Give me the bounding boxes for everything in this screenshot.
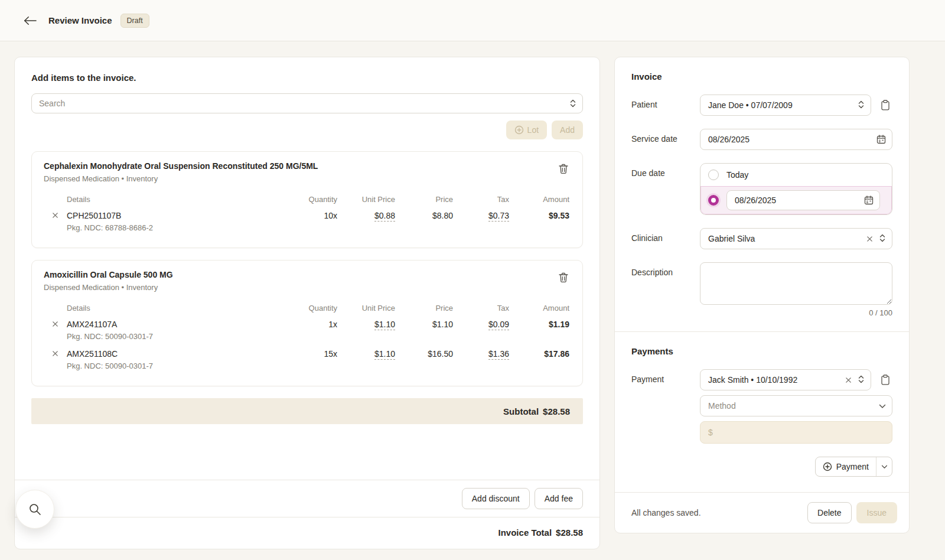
radio-unchecked-icon: [708, 170, 719, 180]
service-date-input[interactable]: [700, 129, 892, 150]
col-amount: Amount: [509, 195, 569, 204]
payment-patient-select[interactable]: Jack Smith • 10/10/1992: [700, 369, 871, 390]
lot-ndc: Pkg. NDC: 50090-0301-7: [67, 362, 287, 370]
lot-unit-price[interactable]: $1.10: [374, 320, 395, 330]
payment-amount-input[interactable]: [700, 421, 892, 444]
add-lot-button[interactable]: Lot: [506, 121, 547, 139]
back-button[interactable]: [24, 16, 37, 25]
remove-lot-button[interactable]: [52, 320, 67, 328]
add-fee-button[interactable]: Add fee: [535, 488, 583, 509]
clinician-clear-button[interactable]: [865, 235, 874, 243]
lot-tax[interactable]: $0.09: [488, 320, 509, 330]
payment-actions: Payment: [631, 457, 892, 477]
chevron-up-down-icon: [858, 100, 865, 110]
calendar-icon: [864, 196, 874, 205]
patient-record-button[interactable]: [878, 97, 892, 113]
remove-lot-button[interactable]: [52, 211, 67, 220]
lot-details: AMX251108C Pkg. NDC: 50090-0301-7: [67, 349, 287, 370]
calendar-icon: [876, 135, 886, 144]
delete-button[interactable]: Delete: [807, 502, 851, 523]
chevron-up-down-icon: [569, 99, 576, 108]
col-price: Price: [395, 195, 453, 204]
item-search: [31, 93, 583, 113]
item-subtitle: Dispensed Medication • Inventory: [44, 283, 173, 292]
item-name: Cephalexin Monohydrate Oral Suspension R…: [44, 161, 318, 171]
lot-details: CPH2501107B Pkg. NDC: 68788-8686-2: [67, 211, 287, 232]
col-price: Price: [395, 304, 453, 312]
patient-select[interactable]: Jane Doe • 07/07/2009: [700, 95, 871, 116]
close-icon: [52, 350, 58, 357]
subtotal-bar: Subtotal $28.58: [31, 398, 583, 424]
delete-item-button[interactable]: [556, 161, 571, 177]
payment-method-select[interactable]: Method: [700, 395, 892, 416]
add-payment-label: Payment: [836, 462, 869, 471]
lot-amount: $9.53: [509, 211, 569, 220]
lot-tax[interactable]: $0.73: [488, 211, 509, 222]
save-status: All changes saved.: [631, 508, 803, 517]
lot-ndc: Pkg. NDC: 68788-8686-2: [67, 223, 287, 232]
lot-details: AMX241107A Pkg. NDC: 50090-0301-7: [67, 320, 287, 341]
payment-clear-button[interactable]: [844, 376, 853, 385]
delete-item-button[interactable]: [556, 270, 571, 285]
col-quantity: Quantity: [287, 195, 337, 204]
remove-lot-button[interactable]: [52, 349, 67, 358]
clinician-label: Clinician: [631, 228, 700, 249]
lot-unit-price[interactable]: $1.10: [374, 349, 395, 360]
invoice-heading: Invoice: [631, 71, 892, 82]
lot-amount: $1.19: [509, 320, 569, 329]
plus-circle-icon: [823, 462, 832, 471]
invoice-item-card: Amoxicillin Oral Capsule 500 MG Dispense…: [31, 260, 583, 386]
description-label: Description: [631, 262, 700, 317]
add-discount-button[interactable]: Add discount: [462, 488, 530, 509]
lot-code: CPH2501107B: [67, 211, 287, 220]
radio-checked-icon: [708, 195, 719, 206]
due-date-label: Due date: [631, 163, 700, 215]
items-footer: Add discount Add fee Invoice Total $28.5…: [15, 480, 599, 549]
col-details: Details: [67, 195, 287, 204]
add-payment-options-button[interactable]: [876, 457, 892, 476]
due-date-today-option[interactable]: Today: [700, 164, 892, 186]
item-actions: Lot Add: [31, 121, 583, 139]
item-search-input[interactable]: [31, 93, 583, 113]
invoice-total-value: $28.58: [556, 528, 583, 538]
lot-ndc: Pkg. NDC: 50090-0301-7: [67, 332, 287, 341]
col-details: Details: [67, 304, 287, 312]
lot-code: AMX251108C: [67, 349, 287, 359]
due-date-input[interactable]: [726, 190, 880, 210]
chevron-up-down-icon: [879, 234, 886, 244]
trash-icon: [559, 272, 568, 283]
table-header-row: Details Quantity Unit Price Price Tax Am…: [52, 299, 569, 318]
lot-price: $1.10: [395, 320, 453, 329]
close-icon: [52, 321, 58, 327]
description-textarea[interactable]: [700, 262, 892, 305]
lot-tax[interactable]: $1.36: [488, 349, 509, 360]
col-tax: Tax: [453, 195, 509, 204]
col-unit-price: Unit Price: [337, 304, 395, 312]
clipboard-icon: [881, 100, 890, 110]
lot-amount: $17.86: [509, 349, 569, 359]
due-date-custom-option[interactable]: [700, 186, 892, 214]
due-date-row: Due date Today: [631, 163, 892, 215]
payment-label: Payment: [631, 369, 700, 444]
lot-row: CPH2501107B Pkg. NDC: 68788-8686-2 10x $…: [52, 210, 569, 239]
invoice-footer: All changes saved. Delete Issue: [615, 492, 909, 533]
service-date-row: Service date: [631, 129, 892, 150]
lot-row: AMX251108C Pkg. NDC: 50090-0301-7 15x $1…: [52, 348, 569, 377]
lot-price: $16.50: [395, 349, 453, 359]
add-lot-label: Lot: [527, 125, 539, 135]
floating-search-button[interactable]: [15, 490, 54, 529]
due-date-today-label: Today: [726, 170, 748, 180]
clinician-row: Clinician Gabriel Silva: [631, 228, 892, 249]
payment-row: Payment Jack Smith • 10/10/1992: [631, 369, 892, 444]
clinician-select[interactable]: Gabriel Silva: [700, 228, 892, 249]
add-payment-button[interactable]: Payment: [816, 457, 876, 476]
top-bar: Review Invoice Draft: [0, 0, 945, 41]
lot-unit-price[interactable]: $0.88: [374, 211, 395, 222]
add-item-button[interactable]: Add: [552, 121, 583, 139]
payment-record-button[interactable]: [878, 372, 892, 388]
lot-price: $8.80: [395, 211, 453, 220]
patient-row: Patient Jane Doe • 07/07/2009: [631, 95, 892, 116]
issue-button[interactable]: Issue: [856, 502, 897, 523]
close-icon: [866, 236, 873, 242]
invoice-total-label: Invoice Total: [498, 528, 552, 538]
